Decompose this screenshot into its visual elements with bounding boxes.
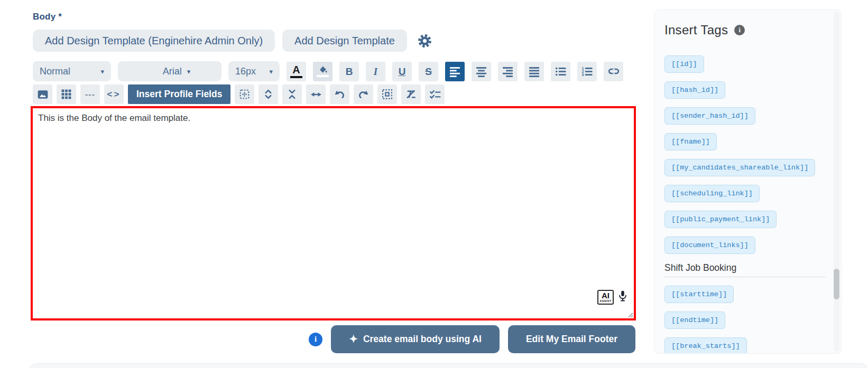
- unordered-list-button[interactable]: [551, 62, 570, 81]
- paint-bucket-icon: [318, 65, 328, 74]
- ai-assist-sublabel: ASSIST: [598, 299, 613, 303]
- text-color-swatch: [290, 76, 302, 78]
- insert-profile-fields-button[interactable]: Insert Profile Fields: [128, 84, 230, 104]
- info-icon[interactable]: i: [309, 333, 322, 346]
- align-right-button[interactable]: [498, 62, 518, 81]
- insert-tag-break-starts[interactable]: [[break_starts]]: [664, 337, 747, 354]
- insert-tag-scheduling-link[interactable]: [[scheduling_link]]: [664, 185, 760, 202]
- font-family-dropdown[interactable]: Arial ▾: [118, 61, 221, 81]
- text-color-button[interactable]: A: [287, 62, 306, 81]
- clear-formatting-icon: [405, 89, 417, 100]
- font-size-dropdown[interactable]: 16px ▾: [228, 61, 280, 81]
- paragraph-format-value: Normal: [40, 66, 70, 77]
- background-color-swatch: [317, 75, 329, 77]
- collapse-vertical-button[interactable]: [282, 84, 302, 104]
- settings-gear-icon[interactable]: [418, 34, 432, 48]
- section-divider: [664, 277, 825, 277]
- sidebar-scrollbar-thumb[interactable]: [834, 269, 839, 299]
- insert-tag-document-links[interactable]: [[document_links]]: [664, 237, 755, 254]
- next-section-card: [29, 363, 868, 368]
- horizontal-arrow-icon: [310, 89, 322, 100]
- link-button[interactable]: [604, 62, 623, 81]
- create-email-ai-button[interactable]: ✦ Create email body using AI: [331, 325, 500, 353]
- paragraph-format-dropdown[interactable]: Normal ▾: [33, 61, 111, 81]
- align-center-button[interactable]: [472, 62, 491, 81]
- align-right-icon: [502, 66, 513, 77]
- align-left-button[interactable]: [445, 62, 465, 81]
- insert-tags-info-icon[interactable]: i: [734, 25, 745, 35]
- editor-toolbar-row-2: --- <> Insert Profile Fields: [33, 84, 445, 104]
- italic-icon: I: [374, 67, 377, 77]
- insert-table-button[interactable]: [57, 84, 76, 104]
- email-body-editor-frame: This is the Body of the email template. …: [31, 106, 636, 320]
- chevron-down-icon: ▾: [100, 68, 104, 76]
- insert-tags-panel: Insert Tags i [[id]] [[hash_id]] [[sende…: [654, 10, 842, 354]
- design-template-row: Add Design Template (Enginehire Admin On…: [33, 30, 432, 52]
- insert-tag-endtime[interactable]: [[endtime]]: [664, 312, 725, 329]
- insert-tag-sender-hash-id[interactable]: [[sender_hash_id]]: [664, 107, 755, 125]
- dotted-square-icon: [239, 89, 250, 100]
- align-center-icon: [476, 66, 487, 77]
- text-color-icon: A: [292, 64, 300, 75]
- checklist-button[interactable]: [425, 84, 445, 104]
- select-all-button[interactable]: [377, 84, 397, 104]
- expand-horizontal-button[interactable]: [306, 84, 326, 104]
- code-icon: <>: [107, 89, 121, 100]
- link-icon: [608, 65, 620, 77]
- microphone-icon: [617, 290, 629, 303]
- undo-icon: [334, 89, 345, 100]
- expand-vertical-icon: [263, 89, 274, 100]
- redo-icon: [358, 89, 369, 100]
- chevron-down-icon: ▾: [187, 68, 191, 76]
- insert-image-button[interactable]: [33, 84, 52, 104]
- justify-button[interactable]: [524, 62, 544, 81]
- numbered-list-icon: 1 2 3: [581, 66, 593, 77]
- svg-text:3: 3: [582, 72, 584, 77]
- insert-tag-hash-id[interactable]: [[hash_id]]: [664, 81, 725, 99]
- table-icon: [61, 89, 72, 100]
- strikethrough-button[interactable]: S: [419, 62, 438, 81]
- redo-button[interactable]: [354, 84, 373, 104]
- insert-tags-header: Insert Tags i: [664, 23, 825, 37]
- edit-email-footer-label: Edit My Email Footer: [526, 334, 617, 345]
- add-design-template-button[interactable]: Add Design Template: [282, 30, 407, 52]
- add-design-template-admin-button[interactable]: Add Design Template (Enginehire Admin On…: [33, 30, 275, 52]
- resize-handle[interactable]: [627, 312, 633, 318]
- source-code-button[interactable]: <>: [104, 84, 124, 104]
- bold-button[interactable]: B: [339, 62, 359, 81]
- horizontal-rule-button[interactable]: ---: [80, 84, 100, 104]
- ai-assist-label: AI: [598, 291, 613, 299]
- undo-button[interactable]: [330, 84, 349, 104]
- ordered-list-button[interactable]: 1 2 3: [577, 62, 597, 81]
- clear-formatting-button[interactable]: [401, 84, 421, 104]
- insert-tag-public-payment-link[interactable]: [[public_payment_link]]: [664, 211, 777, 228]
- select-all-icon: [382, 89, 393, 100]
- font-family-value: Arial: [163, 66, 182, 77]
- microphone-button[interactable]: [617, 290, 629, 303]
- editor-toolbar-row-1: Normal ▾ Arial ▾ 16px ▾ A B I U S: [33, 61, 623, 81]
- create-email-ai-label: Create email body using AI: [363, 334, 482, 345]
- insert-tags-title: Insert Tags: [664, 23, 728, 37]
- dotted-square-button[interactable]: [235, 84, 254, 104]
- italic-button[interactable]: I: [366, 62, 385, 81]
- strikethrough-icon: S: [425, 67, 432, 77]
- insert-tag-id[interactable]: [[id]]: [664, 55, 704, 73]
- background-color-button[interactable]: [313, 62, 333, 81]
- underline-button[interactable]: U: [392, 62, 412, 81]
- shift-job-booking-title: Shift Job Booking: [664, 262, 825, 273]
- insert-tag-fname[interactable]: [[fname]]: [664, 133, 717, 150]
- chevron-down-icon: ▾: [269, 68, 273, 76]
- bold-icon: B: [346, 67, 353, 77]
- checklist-icon: [429, 89, 441, 100]
- expand-vertical-button[interactable]: [258, 84, 278, 104]
- edit-email-footer-button[interactable]: Edit My Email Footer: [508, 325, 635, 353]
- email-body-editor[interactable]: This is the Body of the email template.: [33, 108, 634, 282]
- collapse-vertical-icon: [287, 89, 298, 100]
- insert-tag-my-candidates-shareable-link[interactable]: [[my_candidates_shareable_link]]: [664, 159, 815, 176]
- align-left-icon: [449, 66, 460, 77]
- sparkle-icon: ✦: [349, 334, 358, 344]
- editor-action-row: i ✦ Create email body using AI Edit My E…: [309, 325, 635, 353]
- ai-assist-button[interactable]: AI ASSIST: [597, 290, 614, 305]
- sidebar-scrollbar-track[interactable]: [834, 12, 839, 352]
- insert-tag-starttime[interactable]: [[starttime]]: [664, 286, 734, 303]
